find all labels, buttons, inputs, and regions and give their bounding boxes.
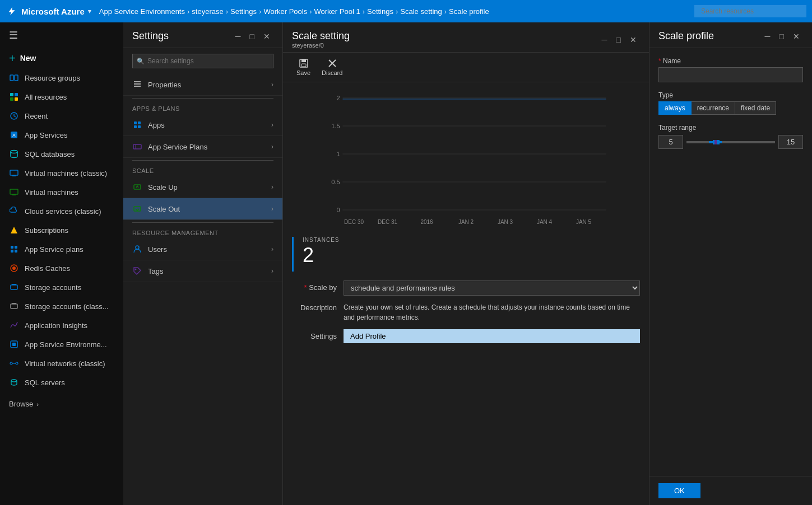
ase-label: App Service Environme... (25, 340, 107, 349)
settings-item-app-service-plans[interactable]: App Service Plans › (123, 136, 282, 158)
storage-accounts-label: Storage accounts (25, 283, 81, 292)
brand-chevron-icon[interactable]: ▾ (88, 8, 91, 15)
settings-maximize-button[interactable]: □ (247, 31, 258, 42)
settings-close-button[interactable]: ✕ (260, 31, 273, 42)
redis-caches-label: Redis Caches (25, 264, 70, 273)
svg-text:JAN 5: JAN 5 (576, 219, 592, 225)
svg-text:2016: 2016 (420, 219, 433, 225)
svg-rect-22 (11, 304, 17, 308)
browse-button[interactable]: Browse › (0, 394, 123, 414)
profile-content: * Name Type always recurrence fixed date… (649, 48, 812, 476)
settings-item-properties[interactable]: Properties › (123, 74, 282, 96)
svg-rect-45 (301, 64, 306, 67)
type-always-button[interactable]: always (658, 101, 692, 115)
svg-text:JAN 2: JAN 2 (458, 219, 474, 225)
settings-item-users[interactable]: Users › (123, 239, 282, 260)
scale-minimize-button[interactable]: ─ (598, 34, 611, 45)
scale-chart: 2 1.5 1 0.5 0 DEC 30 DEC 31 2016 JAN 2 J… (292, 87, 640, 232)
discard-label: Discard (322, 69, 342, 76)
sidebar-item-virtual-machines[interactable]: Virtual machines (0, 183, 123, 202)
profile-close-button[interactable]: ✕ (790, 31, 803, 42)
settings-item-scale-up[interactable]: Scale Up › (123, 176, 282, 198)
app-services-label: App Services (25, 131, 68, 139)
svg-point-26 (10, 362, 12, 364)
add-profile-button[interactable]: Add Profile (344, 329, 640, 343)
svg-text:1.5: 1.5 (331, 123, 340, 129)
sidebar-item-storage-accounts[interactable]: Storage accounts (0, 278, 123, 297)
asp-label: App Service Plans (148, 143, 207, 151)
scale-maximize-button[interactable]: □ (613, 34, 624, 45)
discard-button[interactable]: Discard (317, 56, 347, 78)
instances-count: 2 (303, 243, 631, 267)
sidebar-item-all-resources[interactable]: All resources (0, 87, 123, 106)
save-button[interactable]: Save (292, 56, 315, 78)
sidebar-item-storage-accounts-classic[interactable]: Storage accounts (class... (0, 297, 123, 316)
svg-rect-44 (301, 59, 306, 62)
name-field-input[interactable] (658, 67, 803, 82)
settings-item-tags[interactable]: Tags › (123, 260, 282, 282)
sidebar-item-app-service-plans[interactable]: App Service plans (0, 240, 123, 259)
svg-rect-0 (10, 75, 13, 81)
new-button[interactable]: + New (0, 48, 123, 68)
redis-caches-icon (9, 263, 19, 273)
tags-chevron-icon: › (271, 267, 273, 275)
bc-wp1[interactable]: Worker Pool 1 (314, 7, 360, 16)
properties-label: Properties (148, 81, 181, 89)
settings-item-scale-out[interactable]: Scale Out › (123, 198, 282, 220)
bc-worker-pools[interactable]: Worker Pools (263, 7, 307, 16)
svg-text:A: A (12, 133, 16, 138)
sql-databases-icon (9, 149, 19, 159)
type-fixed-date-button[interactable]: fixed date (735, 101, 776, 115)
settings-item-apps[interactable]: Apps › (123, 114, 282, 136)
sidebar-item-sql-servers[interactable]: SQL servers (0, 373, 123, 392)
svg-rect-13 (12, 194, 16, 195)
scale-up-label: Scale Up (148, 183, 178, 191)
bc-scale-setting[interactable]: Scale setting (400, 7, 442, 16)
sidebar-item-application-insights[interactable]: Application Insights (0, 316, 123, 335)
type-recurrence-button[interactable]: recurrence (692, 101, 735, 115)
range-max-input[interactable] (778, 135, 803, 149)
sidebar-item-app-services[interactable]: A App Services (0, 125, 123, 144)
bc-ase[interactable]: App Service Environments (99, 7, 185, 16)
settings-search-input[interactable] (132, 54, 273, 68)
brand[interactable]: Microsoft Azure ▾ (6, 5, 91, 17)
svg-point-42 (135, 269, 137, 270)
hamburger-button[interactable]: ☰ (0, 22, 123, 48)
sidebar-item-cloud-services[interactable]: Cloud services (classic) (0, 202, 123, 221)
scale-out-label: Scale Out (148, 205, 180, 213)
name-field-group: * Name (658, 57, 803, 82)
settings-minimize-button[interactable]: ─ (232, 31, 244, 42)
sidebar-item-subscriptions[interactable]: Subscriptions (0, 221, 123, 240)
ok-button[interactable]: OK (658, 483, 700, 498)
profile-minimize-button[interactable]: ─ (762, 31, 774, 42)
topbar-search-input[interactable] (694, 5, 806, 17)
bc-steyerase[interactable]: steyerase (192, 7, 223, 16)
range-min-input[interactable] (658, 135, 683, 149)
scale-close-button[interactable]: ✕ (627, 34, 640, 45)
cloud-services-icon (9, 206, 19, 216)
svg-text:DEC 30: DEC 30 (344, 219, 364, 225)
range-slider[interactable] (686, 137, 775, 148)
sidebar-item-sql-databases[interactable]: SQL databases (0, 144, 123, 163)
svg-rect-1 (15, 75, 18, 81)
svg-point-19 (12, 266, 16, 270)
sidebar-item-virtual-networks[interactable]: Virtual networks (classic) (0, 354, 123, 373)
sidebar-item-redis-caches[interactable]: Redis Caches (0, 259, 123, 278)
bc-settings2[interactable]: Settings (367, 7, 393, 16)
sql-servers-label: SQL servers (25, 378, 65, 387)
sidebar-item-vm-classic[interactable]: Virtual machines (classic) (0, 163, 123, 183)
description-label: Description (292, 302, 337, 312)
instances-label: INSTANCES (303, 237, 631, 243)
sidebar-item-resource-groups[interactable]: Resource groups (0, 68, 123, 87)
bc-sep3: › (259, 7, 261, 16)
profile-maximize-button[interactable]: □ (776, 31, 787, 42)
bc-settings[interactable]: Settings (230, 7, 257, 16)
svg-point-41 (136, 246, 139, 249)
bc-scale-profile[interactable]: Scale profile (449, 7, 489, 16)
svg-rect-21 (12, 284, 16, 285)
sidebar-item-recent[interactable]: Recent (0, 106, 123, 125)
scale-by-select[interactable]: manual scale schedule and performance ru… (344, 280, 640, 296)
sidebar-item-ase[interactable]: App Service Environme... (0, 335, 123, 354)
instances-container: INSTANCES 2 (292, 237, 640, 272)
profile-panel-header: Scale profile ─ □ ✕ (649, 22, 812, 48)
